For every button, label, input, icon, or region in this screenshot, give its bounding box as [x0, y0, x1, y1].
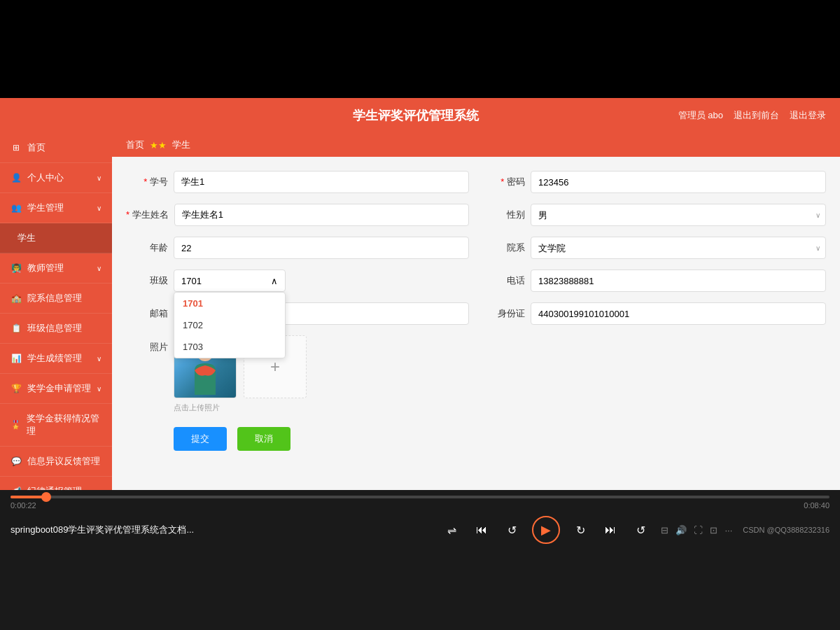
- gender-select[interactable]: 男 女: [531, 204, 826, 226]
- chevron-down-icon: ∨: [97, 204, 102, 212]
- student-id-input[interactable]: [174, 171, 469, 193]
- loop-btn[interactable]: ↺: [631, 520, 650, 540]
- sidebar-item-student[interactable]: 学生: [0, 223, 112, 253]
- name-group: 学生姓名: [126, 204, 469, 226]
- sidebar-item-student-mgmt[interactable]: 👥 学生管理 ∨: [0, 193, 112, 223]
- sidebar-item-label: 信息异议反馈管理: [27, 455, 100, 468]
- breadcrumb: 首页 ★★ 学生: [112, 133, 840, 157]
- class-dropdown-trigger[interactable]: 1701 ∧: [174, 270, 286, 292]
- password-input[interactable]: [531, 171, 826, 193]
- back-to-front-btn[interactable]: 退出到前台: [734, 109, 779, 122]
- phone-label: 电话: [483, 274, 525, 287]
- age-input[interactable]: [174, 237, 469, 259]
- breadcrumb-home[interactable]: 首页: [126, 139, 144, 151]
- play-pause-btn[interactable]: ▶: [532, 516, 560, 544]
- volume-btn[interactable]: 🔊: [676, 525, 687, 536]
- student-id-label: 学号: [126, 176, 168, 188]
- next-btn[interactable]: ⏭: [601, 520, 620, 540]
- gender-group: 性别 男 女 ∨: [483, 204, 826, 226]
- sidebar-item-score-mgmt[interactable]: 📊 学生成绩管理 ∨: [0, 344, 112, 374]
- caption-btn[interactable]: ⊟: [661, 525, 668, 536]
- sidebar-item-scholarship-apply[interactable]: 🏆 奖学金申请管理 ∨: [0, 374, 112, 404]
- sidebar-item-label: 班级信息管理: [27, 322, 82, 335]
- sidebar-item-home[interactable]: ⊞ 首页: [0, 133, 112, 163]
- forward-btn[interactable]: ↻: [570, 520, 590, 540]
- fullscreen-btn[interactable]: ⛶: [694, 525, 703, 536]
- pip-btn[interactable]: ⊡: [710, 525, 718, 536]
- sidebar-item-label: 教师管理: [27, 262, 64, 274]
- dropdown-option-1701[interactable]: 1701: [174, 293, 285, 314]
- college-icon: 🏫: [10, 293, 22, 304]
- form-row-4: 班级 1701 ∧ 1701 1702 1703: [126, 270, 826, 292]
- class-dropdown: 1701 ∧ 1701 1702 1703: [174, 270, 286, 292]
- button-row: 提交 取消: [126, 427, 826, 451]
- chevron-up-icon: ∧: [271, 276, 278, 286]
- video-progress-thumb[interactable]: [41, 492, 51, 502]
- dropdown-option-1702[interactable]: 1702: [174, 314, 285, 336]
- main-content: 首页 ★★ 学生 学号 密码: [112, 133, 840, 490]
- sidebar-item-label: 纪律通报管理: [27, 485, 82, 490]
- video-progress-area: 0:00:22 0:08:40: [0, 490, 840, 512]
- form-row-3: 年龄 院系 文学院 理学院 工学院 ∨: [126, 237, 826, 259]
- video-title: springboot089学生评奖评优管理系统含文档...: [10, 524, 431, 536]
- sidebar-item-label: 院系信息管理: [27, 292, 82, 304]
- more-btn[interactable]: ···: [724, 525, 732, 536]
- phone-group: 电话: [483, 270, 826, 292]
- award-icon: 🎖️: [10, 419, 21, 430]
- score-icon: 📊: [10, 353, 22, 364]
- class-group: 班级 1701 ∧ 1701 1702 1703: [126, 270, 469, 292]
- email-label: 邮箱: [126, 307, 168, 320]
- logout-btn[interactable]: 退出登录: [790, 109, 826, 122]
- app-header: 学生评奖评优管理系统 管理员 abo 退出到前台 退出登录: [0, 98, 840, 133]
- class-icon: 📋: [10, 323, 22, 334]
- sidebar-item-teacher-mgmt[interactable]: 👨‍🏫 教师管理 ∨: [0, 253, 112, 284]
- phone-input[interactable]: [531, 270, 826, 292]
- rewind-btn[interactable]: ↺: [502, 520, 522, 540]
- class-selected-value: 1701: [181, 276, 202, 286]
- sidebar-item-feedback[interactable]: 💬 信息异议反馈管理: [0, 447, 112, 477]
- sidebar-item-discipline[interactable]: 📢 纪律通报管理: [0, 477, 112, 490]
- college-group: 院系 文学院 理学院 工学院 ∨: [483, 237, 826, 259]
- sidebar-item-label: 首页: [27, 141, 46, 154]
- cancel-button[interactable]: 取消: [237, 427, 290, 451]
- id-card-group: 身份证: [483, 302, 826, 325]
- chevron-down-icon: ∨: [97, 265, 102, 272]
- sidebar-item-college-info[interactable]: 🏫 院系信息管理: [0, 284, 112, 314]
- shuffle-btn[interactable]: ⇌: [442, 520, 461, 540]
- chevron-down-icon: ∨: [97, 355, 102, 363]
- sidebar-item-label: 奖学金获得情况管理: [27, 412, 102, 438]
- app-title: 学生评奖评优管理系统: [154, 107, 678, 124]
- sidebar-item-scholarship-status[interactable]: 🎖️ 奖学金获得情况管理: [0, 404, 112, 447]
- breadcrumb-current: 学生: [172, 139, 190, 151]
- form-row-2: 学生姓名 性别 男 女 ∨: [126, 204, 826, 226]
- prev-btn[interactable]: ⏮: [472, 520, 491, 540]
- id-card-input[interactable]: [531, 302, 826, 325]
- csdn-watermark: CSDN @QQ3888232316: [743, 526, 830, 534]
- sidebar-item-personal[interactable]: 👤 个人中心 ∨: [0, 163, 112, 193]
- college-select[interactable]: 文学院 理学院 工学院: [531, 237, 826, 259]
- class-label: 班级: [126, 274, 168, 287]
- submit-button[interactable]: 提交: [174, 427, 227, 451]
- sidebar-item-label: 学生成绩管理: [27, 352, 82, 365]
- sidebar-item-class-info[interactable]: 📋 班级信息管理: [0, 314, 112, 344]
- video-times: 0:00:22 0:08:40: [10, 498, 830, 512]
- password-label: 密码: [483, 176, 525, 188]
- student-id-group: 学号: [126, 171, 469, 193]
- sidebar-item-label: 学生管理: [27, 202, 64, 214]
- personal-icon: 👤: [10, 172, 22, 183]
- chevron-down-icon: ∨: [97, 385, 102, 393]
- password-group: 密码: [483, 171, 826, 193]
- id-card-label: 身份证: [483, 307, 525, 320]
- form-area: 学号 密码 学生姓名 性别: [112, 157, 840, 465]
- gender-label: 性别: [483, 209, 525, 221]
- name-label: 学生姓名: [126, 209, 169, 221]
- name-input[interactable]: [174, 204, 469, 226]
- video-progress-bar[interactable]: [10, 496, 830, 498]
- video-controls: springboot089学生评奖评优管理系统含文档... ⇌ ⏮ ↺ ▶ ↻ …: [0, 512, 840, 547]
- form-row-1: 学号 密码: [126, 171, 826, 193]
- feedback-icon: 💬: [10, 456, 22, 467]
- admin-label: 管理员 abo: [678, 109, 723, 122]
- dropdown-option-1703[interactable]: 1703: [174, 336, 285, 358]
- teacher-icon: 👨‍🏫: [10, 262, 22, 274]
- video-total-time: 0:08:40: [804, 501, 830, 510]
